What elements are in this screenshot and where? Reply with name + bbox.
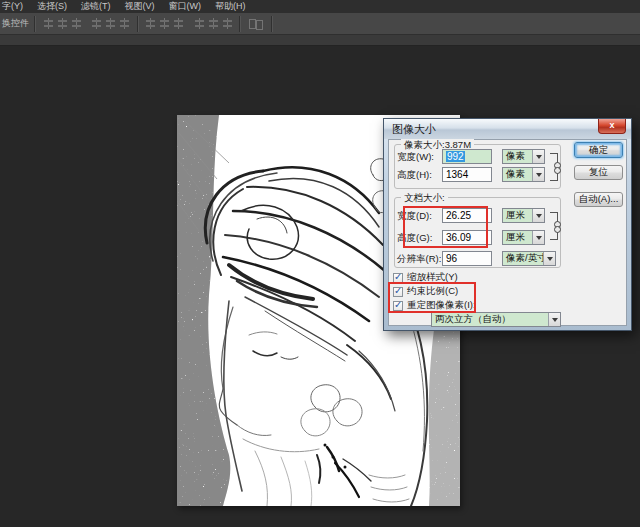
distribute-bottom-edges-icon[interactable]	[173, 18, 184, 29]
menu-view[interactable]: 视图(V)	[125, 0, 155, 13]
resample-method-value: 两次立方（自动）	[432, 313, 548, 326]
auto-button[interactable]: 自动(A)...	[574, 192, 623, 207]
photoshop-workspace: 字(Y) 选择(S) 滤镜(T) 视图(V) 窗口(W) 帮助(H) 换控件	[0, 0, 640, 527]
menu-select[interactable]: 选择(S)	[37, 0, 67, 13]
image-size-dialog: 图像大小 x 像素大小:3.87M 宽度(W): 992 像素 高度(H): 1…	[383, 118, 632, 331]
pixel-height-unit-select[interactable]: 像素	[502, 167, 545, 182]
reset-button[interactable]: 复位	[574, 165, 623, 180]
dropdown-arrow-icon	[543, 252, 555, 265]
separator	[34, 16, 36, 32]
dropdown-arrow-icon	[532, 209, 544, 222]
annotation-box-document-size	[403, 206, 488, 248]
resolution-input[interactable]: 96	[442, 251, 492, 266]
menu-help[interactable]: 帮助(H)	[215, 0, 246, 13]
distribute-right-edges-icon[interactable]	[222, 18, 233, 29]
dropdown-arrow-icon	[532, 168, 544, 181]
resample-method-select[interactable]: 两次立方（自动）	[431, 312, 561, 327]
pixel-height-unit: 像素	[503, 168, 532, 181]
distribute-left-edges-icon[interactable]	[194, 18, 205, 29]
pixel-width-unit: 像素	[503, 150, 532, 163]
align-vertical-centers-icon[interactable]	[57, 18, 68, 29]
pixel-height-value: 1364	[446, 169, 468, 180]
menu-window[interactable]: 窗口(W)	[169, 0, 202, 13]
chain-link-icon	[554, 162, 561, 174]
doc-height-unit-select[interactable]: 厘米	[502, 230, 545, 245]
dialog-body: 像素大小:3.87M 宽度(W): 992 像素 高度(H): 1364 像素 …	[388, 139, 627, 326]
resolution-unit-select[interactable]: 像素/英寸	[502, 251, 556, 266]
annotation-box-checkboxes	[388, 282, 476, 313]
chain-link-icon	[554, 221, 561, 233]
pixel-height-input[interactable]: 1364	[442, 167, 492, 182]
pixel-width-input[interactable]: 992	[442, 149, 492, 164]
doc-width-unit: 厘米	[503, 209, 532, 222]
show-transform-controls-label[interactable]: 换控件	[2, 17, 29, 30]
distribute-vertical-centers-icon[interactable]	[159, 18, 170, 29]
align-horizontal-centers-icon[interactable]	[105, 18, 116, 29]
distribute-top-edges-icon[interactable]	[145, 18, 156, 29]
dialog-title-bar[interactable]: 图像大小 x	[384, 119, 631, 139]
document-size-legend: 文档大小:	[401, 192, 448, 205]
pixel-width-unit-select[interactable]: 像素	[502, 149, 545, 164]
menu-filter[interactable]: 滤镜(T)	[81, 0, 111, 13]
dropdown-arrow-icon	[548, 313, 560, 326]
pixel-width-label: 宽度(W):	[397, 151, 434, 164]
pixel-height-label: 高度(H):	[397, 169, 432, 182]
distribute-horizontal-centers-icon[interactable]	[208, 18, 219, 29]
menu-type[interactable]: 字(Y)	[2, 0, 23, 13]
auto-align-layers-icon[interactable]	[248, 18, 264, 29]
resolution-unit: 像素/英寸	[503, 252, 543, 265]
tool-options-bar: 换控件	[0, 13, 640, 35]
dialog-title: 图像大小	[392, 122, 436, 137]
align-left-edges-icon[interactable]	[91, 18, 102, 29]
resolution-label: 分辨率(R):	[397, 253, 441, 266]
doc-width-unit-select[interactable]: 厘米	[502, 208, 545, 223]
separator	[137, 16, 139, 32]
toolbar-sub-strip	[0, 35, 640, 46]
align-top-edges-icon[interactable]	[43, 18, 54, 29]
checkbox-checked-icon: ✓	[393, 273, 403, 283]
close-icon: x	[609, 120, 614, 130]
menu-bar: 字(Y) 选择(S) 滤镜(T) 视图(V) 窗口(W) 帮助(H)	[0, 0, 640, 13]
dropdown-arrow-icon	[532, 150, 544, 163]
close-button[interactable]: x	[598, 119, 626, 134]
dropdown-arrow-icon	[532, 231, 544, 244]
ok-button[interactable]: 确定	[574, 142, 623, 158]
align-bottom-edges-icon[interactable]	[71, 18, 82, 29]
resolution-value: 96	[446, 253, 457, 264]
doc-height-unit: 厘米	[503, 231, 532, 244]
separator	[271, 16, 273, 32]
pixel-width-value: 992	[446, 151, 465, 162]
separator	[239, 16, 241, 32]
align-right-edges-icon[interactable]	[119, 18, 130, 29]
